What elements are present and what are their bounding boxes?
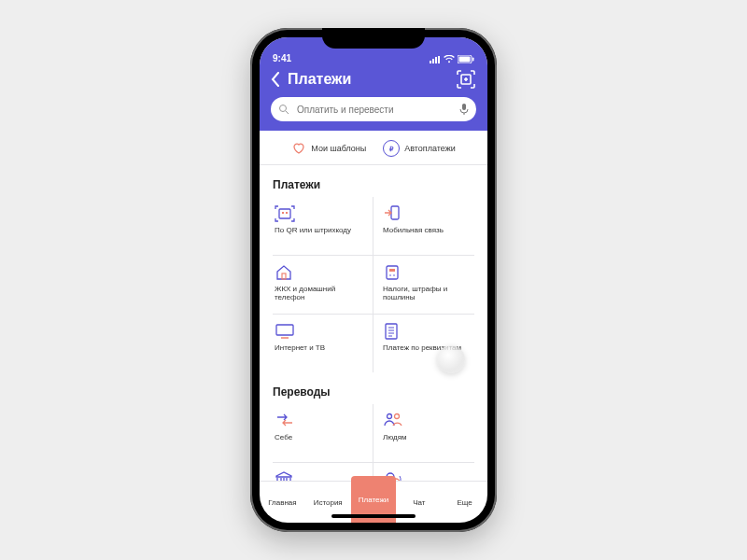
phone-frame: 9:41 Платежи xyxy=(250,28,497,532)
mic-icon[interactable] xyxy=(459,103,469,116)
cell-label: Себе xyxy=(275,434,365,442)
header: Платежи xyxy=(260,65,487,131)
autopay-icon: ₽ xyxy=(383,140,400,157)
svg-point-15 xyxy=(393,274,395,276)
svg-point-14 xyxy=(389,274,391,276)
pay-qr[interactable]: По QR или штрихкоду xyxy=(273,197,374,256)
svg-rect-1 xyxy=(459,57,471,63)
payments-grid: По QR или штрихкоду Мобильная связь ЖКХ … xyxy=(273,197,474,372)
tv-icon xyxy=(275,322,365,341)
svg-point-19 xyxy=(395,414,400,419)
house-icon xyxy=(275,263,365,282)
signal-icon xyxy=(430,56,441,63)
nav-more[interactable]: Еще xyxy=(442,482,487,523)
nav-home[interactable]: Главная xyxy=(260,482,305,523)
mobile-icon xyxy=(383,204,467,223)
cell-label: Мобильная связь xyxy=(383,227,467,235)
svg-point-4 xyxy=(280,105,287,112)
screen: 9:41 Платежи xyxy=(260,37,487,523)
svg-rect-17 xyxy=(386,324,397,339)
pay-utilities[interactable]: ЖКХ и домашний телефон xyxy=(273,256,374,315)
svg-rect-16 xyxy=(276,325,293,335)
quick-label: Мои шаблоны xyxy=(311,144,366,153)
pay-tax[interactable]: Налоги, штрафы и пошлины xyxy=(374,256,474,315)
svg-rect-10 xyxy=(391,206,399,219)
home-indicator xyxy=(331,514,416,518)
back-button[interactable] xyxy=(271,72,280,87)
svg-rect-11 xyxy=(282,273,286,279)
people-icon xyxy=(383,412,467,430)
pay-requisites[interactable]: Платеж по реквизитам xyxy=(374,315,474,372)
svg-rect-5 xyxy=(462,104,466,110)
svg-rect-7 xyxy=(279,209,290,218)
pay-internet[interactable]: Интернет и ТВ xyxy=(273,315,374,372)
svg-rect-12 xyxy=(387,266,398,279)
page-title: Платежи xyxy=(288,71,448,88)
cell-label: Налоги, штрафы и пошлины xyxy=(383,286,467,302)
cell-label: Платеж по реквизитам xyxy=(383,344,467,353)
cell-label: Людям xyxy=(383,434,467,442)
tax-icon xyxy=(383,263,467,282)
notch xyxy=(322,28,425,49)
cell-label: По QR или штрихкоду xyxy=(275,227,365,235)
svg-rect-8 xyxy=(282,212,284,214)
section-title-transfers: Переводы xyxy=(273,385,474,399)
cell-label: Интернет и ТВ xyxy=(275,344,365,353)
status-time: 9:41 xyxy=(273,53,291,63)
battery-icon xyxy=(458,55,474,63)
qr-scan-button[interactable] xyxy=(456,69,476,90)
section-title-payments: Платежи xyxy=(273,178,474,191)
search-bar[interactable] xyxy=(271,97,476,121)
content[interactable]: Платежи По QR или штрихкоду Мобильная св… xyxy=(260,165,487,481)
status-right xyxy=(430,55,474,63)
svg-rect-13 xyxy=(389,269,395,272)
transfers-grid: Себе Людям Организациям ₽$ xyxy=(273,404,474,481)
qr-icon xyxy=(275,204,365,223)
search-icon xyxy=(278,104,289,115)
self-icon xyxy=(275,412,365,430)
quick-autopay[interactable]: ₽ Автоплатежи xyxy=(383,140,456,157)
heart-icon xyxy=(291,141,306,156)
trans-people[interactable]: Людям xyxy=(374,404,474,463)
quick-templates[interactable]: Мои шаблоны xyxy=(291,140,366,157)
svg-point-18 xyxy=(388,414,392,419)
pay-mobile[interactable]: Мобильная связь xyxy=(374,197,474,256)
trans-self[interactable]: Себе xyxy=(273,404,374,463)
quick-label: Автоплатежи xyxy=(404,144,456,153)
cell-label: ЖКХ и домашний телефон xyxy=(275,286,365,302)
wifi-icon xyxy=(444,55,455,63)
document-icon xyxy=(383,322,467,341)
quick-row: Мои шаблоны ₽ Автоплатежи xyxy=(260,131,487,165)
svg-text:₽: ₽ xyxy=(389,146,394,152)
svg-rect-2 xyxy=(472,58,474,62)
search-input[interactable] xyxy=(295,104,454,116)
svg-rect-9 xyxy=(286,212,288,214)
